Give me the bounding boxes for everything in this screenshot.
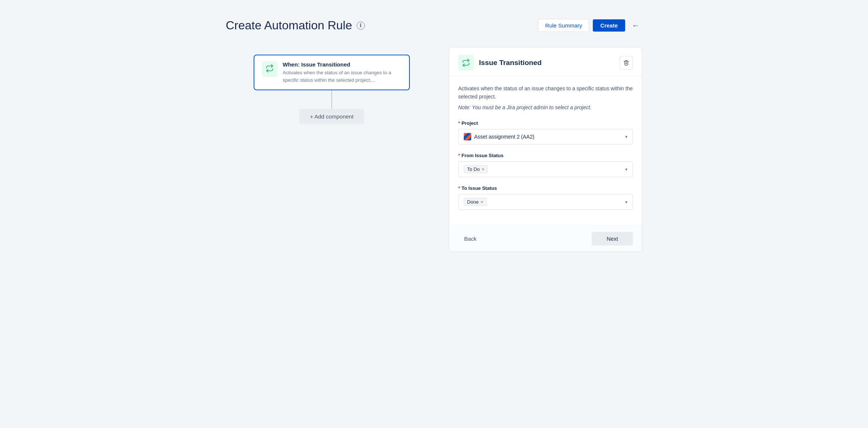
trigger-description: Activates when the status of an issue ch… (283, 69, 402, 84)
from-status-value: To Do × (464, 165, 625, 173)
required-star-project: * (458, 120, 460, 126)
swap-icon (266, 64, 274, 74)
from-status-select[interactable]: To Do × ▾ (458, 161, 633, 177)
from-status-label: * From Issue Status (458, 153, 633, 158)
panel-header-left: Issue Transitioned (458, 55, 541, 71)
rule-summary-button[interactable]: Rule Summary (538, 19, 589, 32)
header-left: Create Automation Rule ℹ (226, 19, 365, 32)
project-value-text: Asset assignment 2 (AA2) (474, 134, 534, 140)
trigger-card[interactable]: When: Issue Transitioned Activates when … (254, 55, 410, 90)
project-icon (464, 133, 471, 140)
from-status-tag-todo: To Do × (464, 165, 488, 173)
to-status-select[interactable]: Done × ▾ (458, 194, 633, 210)
to-status-tag-done: Done × (464, 198, 487, 206)
add-component-button[interactable]: + Add component (299, 109, 364, 124)
panel-header: Issue Transitioned (449, 48, 642, 77)
chevron-down-icon-to: ▾ (625, 200, 627, 205)
panel-body: Activates when the status of an issue ch… (449, 77, 642, 226)
canvas-area: When: Issue Transitioned Activates when … (226, 47, 438, 233)
project-select-value: Asset assignment 2 (AA2) (464, 133, 625, 140)
connector-line (331, 90, 332, 109)
trigger-icon-box (262, 61, 277, 77)
project-select[interactable]: Asset assignment 2 (AA2) ▾ (458, 129, 633, 145)
panel-footer: Back Next (449, 226, 642, 252)
right-panel: Issue Transitioned Activates when the st… (449, 47, 642, 252)
main-content: When: Issue Transitioned Activates when … (226, 47, 642, 252)
to-status-value: Done × (464, 198, 625, 206)
to-status-tag-remove[interactable]: × (480, 200, 483, 204)
from-status-tag-remove[interactable]: × (482, 167, 485, 172)
from-status-tag-text: To Do (467, 166, 480, 172)
project-label: * Project (458, 120, 633, 126)
create-button[interactable]: Create (593, 19, 625, 32)
chevron-down-icon: ▾ (625, 134, 627, 139)
page-title: Create Automation Rule (226, 19, 352, 32)
next-button[interactable]: Next (592, 232, 633, 246)
page-container: Create Automation Rule ℹ Rule Summary Cr… (211, 7, 657, 421)
header-right: Rule Summary Create ← (538, 19, 642, 32)
project-field: * Project Asset assignment 2 (AA2) ▾ (458, 120, 633, 145)
chevron-down-icon-from: ▾ (625, 167, 627, 172)
panel-title: Issue Transitioned (479, 59, 541, 67)
trigger-title: When: Issue Transitioned (283, 61, 402, 68)
trigger-text: When: Issue Transitioned Activates when … (283, 61, 402, 84)
trash-icon (623, 60, 629, 66)
panel-description: Activates when the status of an issue ch… (458, 84, 633, 101)
back-button[interactable]: Back (458, 233, 482, 245)
from-status-field: * From Issue Status To Do × ▾ (458, 153, 633, 177)
info-icon[interactable]: ℹ (357, 22, 365, 30)
panel-icon-box (458, 55, 474, 71)
required-star-from: * (458, 153, 460, 158)
panel-note: Note: You must be a Jira project admin t… (458, 103, 633, 111)
delete-button[interactable] (620, 56, 633, 69)
to-status-label: * To Issue Status (458, 185, 633, 191)
to-status-field: * To Issue Status Done × ▾ (458, 185, 633, 210)
to-status-tag-text: Done (467, 199, 479, 205)
back-arrow-button[interactable]: ← (629, 20, 642, 31)
required-star-to: * (458, 185, 460, 191)
header: Create Automation Rule ℹ Rule Summary Cr… (226, 19, 642, 32)
